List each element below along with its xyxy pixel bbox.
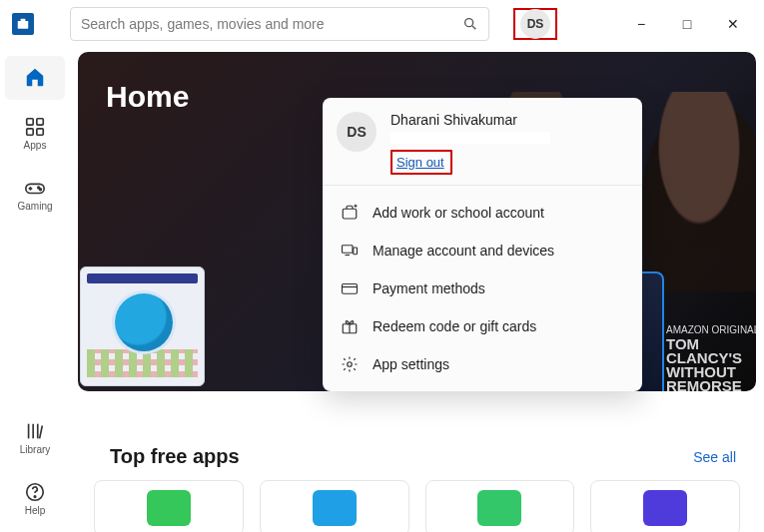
flyout-item-label: App settings <box>373 356 449 372</box>
search-icon[interactable] <box>462 16 478 32</box>
apps-row <box>94 480 740 532</box>
app-card[interactable] <box>425 480 575 532</box>
app-card[interactable] <box>260 480 409 532</box>
flyout-item-label: Redeem code or gift cards <box>373 318 536 334</box>
app-card[interactable] <box>94 480 244 532</box>
svg-line-3 <box>472 26 475 29</box>
flyout-avatar: DS <box>337 112 377 152</box>
devices-icon <box>341 242 359 260</box>
sidebar-item-gaming[interactable]: Gaming <box>5 167 65 222</box>
flyout-item-label: Add work or school account <box>373 205 544 221</box>
search-box[interactable] <box>70 7 489 41</box>
avatar-initials: DS <box>520 9 550 39</box>
search-input[interactable] <box>81 16 462 32</box>
sidebar: Apps Gaming Library Help <box>0 48 70 532</box>
gift-icon <box>341 317 359 335</box>
sidebar-item-help[interactable]: Help <box>5 471 65 526</box>
window-maximize-button[interactable]: □ <box>664 8 710 40</box>
flyout-item-label: Payment methods <box>373 280 485 296</box>
flyout-user-name: Dharani Shivakumar <box>390 112 550 128</box>
sidebar-item-home[interactable] <box>5 56 65 100</box>
svg-point-12 <box>40 189 42 191</box>
svg-point-29 <box>348 362 353 367</box>
svg-rect-4 <box>27 119 33 125</box>
sidebar-label-apps: Apps <box>24 140 47 151</box>
gaming-icon <box>24 177 46 199</box>
help-icon <box>24 481 46 503</box>
flyout-item-label: Manage account and devices <box>373 243 554 259</box>
flyout-user-email-redacted <box>390 132 550 144</box>
svg-point-2 <box>465 19 473 27</box>
window-close-button[interactable]: ✕ <box>710 8 756 40</box>
svg-rect-6 <box>27 129 33 135</box>
promo-art-person-2 <box>636 92 756 291</box>
promo-art-tile[interactable] <box>80 266 205 386</box>
svg-rect-0 <box>18 21 29 29</box>
sign-out-link[interactable]: Sign out <box>396 155 444 170</box>
app-card[interactable] <box>590 480 740 532</box>
sidebar-label-gaming: Gaming <box>17 201 52 212</box>
svg-point-18 <box>34 496 35 497</box>
account-button[interactable]: DS <box>513 8 557 40</box>
svg-rect-19 <box>343 209 357 219</box>
svg-rect-23 <box>354 248 358 255</box>
sidebar-item-library[interactable]: Library <box>5 410 65 465</box>
account-flyout: DS Dharani Shivakumar Sign out Add work … <box>323 98 642 391</box>
sidebar-label-library: Library <box>20 444 51 455</box>
window-minimize-button[interactable]: − <box>618 8 664 40</box>
card-icon <box>341 279 359 297</box>
svg-rect-25 <box>343 284 358 294</box>
flyout-item-add-work-account[interactable]: Add work or school account <box>337 194 628 232</box>
promo-caption-remorse: AMAZON ORIGINAL TOM CLANCY'S WITHOUT REM… <box>666 323 756 391</box>
home-icon <box>24 66 46 88</box>
flyout-item-manage-account[interactable]: Manage account and devices <box>337 232 628 269</box>
store-app-icon <box>12 13 34 35</box>
see-all-link[interactable]: See all <box>693 449 736 465</box>
svg-rect-5 <box>37 119 43 125</box>
flyout-item-payment-methods[interactable]: Payment methods <box>337 269 628 307</box>
page-title: Home <box>106 80 189 114</box>
svg-line-16 <box>40 426 43 439</box>
svg-rect-7 <box>37 129 43 135</box>
apps-icon <box>24 116 46 138</box>
svg-rect-1 <box>21 19 26 21</box>
flyout-item-app-settings[interactable]: App settings <box>337 345 628 383</box>
library-icon <box>24 420 46 442</box>
flyout-item-redeem-code[interactable]: Redeem code or gift cards <box>337 307 628 345</box>
sidebar-label-help: Help <box>25 505 46 516</box>
briefcase-icon <box>341 204 359 222</box>
svg-rect-22 <box>343 246 354 254</box>
gear-icon <box>341 355 359 373</box>
sidebar-item-apps[interactable]: Apps <box>5 106 65 161</box>
section-title: Top free apps <box>110 445 240 468</box>
